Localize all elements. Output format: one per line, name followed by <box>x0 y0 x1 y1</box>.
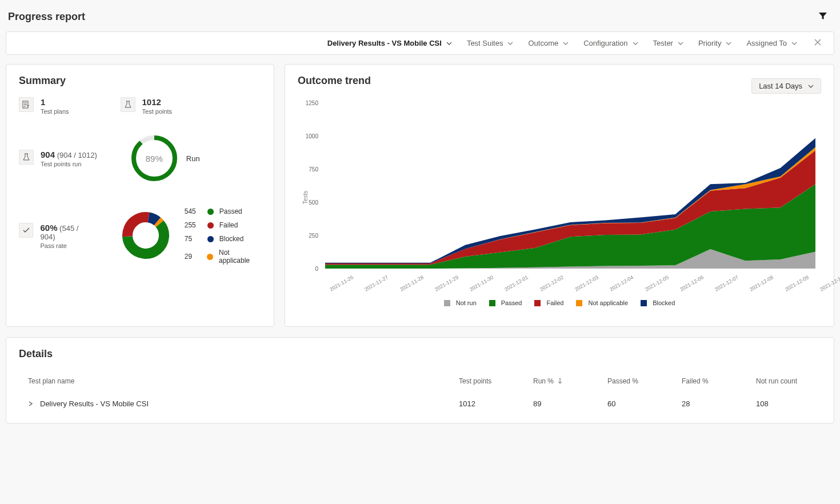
filter-tester[interactable]: Tester <box>653 39 683 47</box>
table-row[interactable]: Delivery Results - VS Mobile CSI 1012 89… <box>19 393 821 415</box>
dot-passed <box>207 209 214 215</box>
chevron-down-icon <box>633 41 638 46</box>
col-test-points[interactable]: Test points <box>450 370 524 393</box>
legend-na: 29 Not applicable <box>185 249 261 265</box>
legend-failed: Failed <box>534 299 563 306</box>
col-run-pct[interactable]: Run % <box>524 370 598 393</box>
trend-chart: Tests 025050075010001250 2021-11-262021-… <box>298 103 821 297</box>
details-table: Test plan name Test points Run % Passed … <box>19 370 821 415</box>
checkmark-icon <box>19 223 33 238</box>
summary-card: Summary 1 Test plans 1012 Test points <box>6 64 274 327</box>
clear-filters-button[interactable] <box>812 38 823 49</box>
dot-failed <box>207 222 214 229</box>
legend-na: Not applicable <box>576 299 628 306</box>
page-title: Progress report <box>8 11 85 23</box>
row-test-points: 1012 <box>450 393 524 415</box>
outcome-trend-card: Outcome trend Last 14 Days Tests 0250500… <box>285 64 834 327</box>
details-title: Details <box>19 348 821 360</box>
test-plan-icon <box>19 97 34 112</box>
row-not-run: 108 <box>747 393 821 415</box>
filter-configuration[interactable]: Configuration <box>583 39 638 47</box>
run-ring-caption: Run <box>186 154 200 163</box>
col-not-run-count[interactable]: Not run count <box>747 370 821 393</box>
legend-blocked: Blocked <box>641 299 675 306</box>
stat-test-plans: 1 Test plans <box>19 97 69 115</box>
dot-na <box>207 254 213 260</box>
filter-test-suites[interactable]: Test Suites <box>467 39 514 47</box>
filter-icon <box>818 11 827 21</box>
chevron-down-icon <box>808 83 814 89</box>
col-failed-pct[interactable]: Failed % <box>673 370 747 393</box>
chevron-down-icon <box>791 41 797 46</box>
run-ring-pct: 89% <box>130 134 178 182</box>
close-icon <box>814 39 821 46</box>
stat-test-points-run: 904 (904 / 1012) Test points run <box>19 150 97 167</box>
trend-title: Outcome trend <box>298 75 371 87</box>
chevron-right-icon[interactable] <box>28 399 33 408</box>
legend-failed: 255 Failed <box>185 221 261 229</box>
details-card: Details Test plan name Test points Run %… <box>6 337 834 423</box>
donut-legend: 545 Passed 255 Failed 75 Blocked 29 <box>185 207 261 265</box>
col-test-plan-name[interactable]: Test plan name <box>19 370 450 393</box>
chevron-down-icon <box>678 41 683 46</box>
legend-blocked: 75 Blocked <box>185 235 261 243</box>
filter-test-plan-label: Delivery Results - VS Mobile CSI <box>327 39 442 47</box>
dot-blocked <box>207 236 214 242</box>
filter-outcome[interactable]: Outcome <box>528 39 569 47</box>
filter-bar: Delivery Results - VS Mobile CSI Test Su… <box>6 31 834 55</box>
run-percentage-ring: 89% <box>130 134 178 182</box>
col-passed-pct[interactable]: Passed % <box>598 370 673 393</box>
row-run-pct: 89 <box>524 393 598 415</box>
legend-not-run: Not run <box>444 299 477 306</box>
filter-assigned-to[interactable]: Assigned To <box>746 39 797 47</box>
stat-pass-rate: 60% (545 / 904) Pass rate <box>19 223 94 249</box>
legend-passed: Passed <box>489 299 522 306</box>
chevron-down-icon <box>726 41 731 46</box>
trend-legend: Not run Passed Failed Not applicable Blo… <box>298 299 821 306</box>
trend-range-select[interactable]: Last 14 Days <box>751 78 821 94</box>
pass-rate-donut <box>122 211 170 261</box>
beaker-icon <box>19 150 34 165</box>
chevron-down-icon <box>507 41 513 46</box>
filter-icon-button[interactable] <box>814 9 832 25</box>
beaker-icon <box>121 97 135 112</box>
chevron-down-icon <box>446 41 452 46</box>
row-failed-pct: 28 <box>673 393 747 415</box>
chevron-down-icon <box>563 41 569 46</box>
row-passed-pct: 60 <box>598 393 673 415</box>
legend-passed: 545 Passed <box>185 207 261 215</box>
row-plan-name: Delivery Results - VS Mobile CSI <box>40 399 149 408</box>
stat-test-points: 1012 Test points <box>121 97 173 115</box>
sort-desc-icon <box>558 377 562 385</box>
filter-priority[interactable]: Priority <box>698 39 731 47</box>
filter-test-plan[interactable]: Delivery Results - VS Mobile CSI <box>327 39 452 47</box>
summary-title: Summary <box>19 75 261 87</box>
